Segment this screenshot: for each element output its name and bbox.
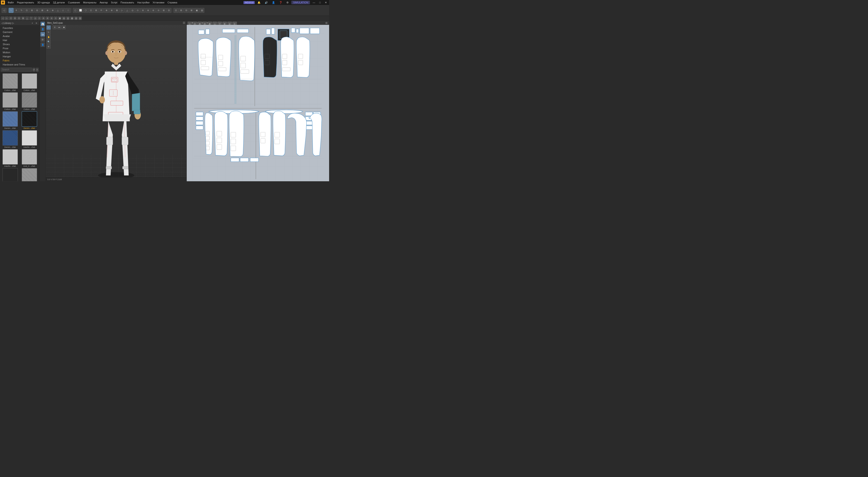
tool-10[interactable]: ◇ <box>61 8 66 13</box>
view-reset[interactable]: ⊡ <box>88 8 93 13</box>
menu-minimize[interactable]: — <box>311 1 316 4</box>
tb2-2[interactable]: ▷ <box>5 16 8 20</box>
menu-icon-3[interactable]: 👤 <box>271 1 276 4</box>
tb2-15[interactable]: ▣ <box>58 16 61 20</box>
icon-sidebar-btn1[interactable]: 👔 <box>40 22 45 26</box>
menu-avatar[interactable]: Аватар <box>98 1 109 4</box>
view-front[interactable]: ◻ <box>73 8 78 13</box>
extra-2[interactable]: ⊞ <box>179 8 184 13</box>
tool-4[interactable]: ⊞ <box>29 8 34 13</box>
tool-7[interactable]: ⊕ <box>45 8 50 13</box>
nav-avatar[interactable]: Avatar <box>0 34 39 38</box>
menu-icon-5[interactable]: ⚙ <box>285 1 290 4</box>
view-6[interactable]: ⟳ <box>99 8 104 13</box>
menu-settings[interactable]: Настройки <box>136 1 151 4</box>
view-17[interactable]: ⊝ <box>156 8 161 13</box>
menu-icon-4[interactable]: ❓ <box>278 1 284 4</box>
pattern-canvas[interactable] <box>187 25 329 181</box>
simulation-button[interactable]: SIMULATION <box>291 1 310 4</box>
tb2-11[interactable]: ⊚ <box>41 16 45 20</box>
fabric-item-interlin2[interactable]: Interlin...zfab <box>1 149 19 167</box>
extra-6[interactable]: ▤ <box>199 8 204 13</box>
nav-motion[interactable]: Motion <box>0 50 39 55</box>
tb2-19[interactable]: ▧ <box>74 16 78 20</box>
viewport-expand-icon[interactable]: ⊡ <box>183 21 185 24</box>
menu-help[interactable]: Справка <box>166 1 179 4</box>
view-5[interactable]: ⊞ <box>94 8 98 13</box>
fabric-item-denim1[interactable]: Denim...zfab <box>1 111 19 129</box>
library-expand-icon[interactable]: ◁ <box>1 22 3 25</box>
icon-sidebar-btn3[interactable]: 🗂 <box>40 32 45 37</box>
view-12[interactable]: ◎ <box>130 8 135 13</box>
view-3d[interactable]: ⬡ <box>83 8 88 13</box>
view-18[interactable]: ⊞ <box>161 8 166 13</box>
move-tool[interactable]: ✛ <box>14 8 19 13</box>
view-13[interactable]: ⊙ <box>135 8 140 13</box>
fabric-refresh-btn[interactable]: ↺ <box>33 68 35 72</box>
fabric-item-denim3[interactable]: Denim...zfab <box>1 130 19 148</box>
view-19[interactable]: ⊟ <box>166 8 171 13</box>
fabric-item-denim2[interactable]: Denim...zfab <box>20 111 38 129</box>
menu-3d-clothes[interactable]: 3D одежда <box>36 1 51 4</box>
menu-edit[interactable]: Редактировать <box>16 1 35 4</box>
3d-viewport[interactable]: Men_Set3.zpac ⊡ ⏸ ⏭ ⏹ ↖ ↻ ✋ 🔍 ⊕ <box>46 21 187 181</box>
tb2-18[interactable]: ▦ <box>70 16 74 20</box>
icon-sidebar-btn4[interactable]: ⚙ <box>40 37 45 42</box>
fabric-item-knitc1[interactable]: Knit_C...zfab <box>20 149 38 167</box>
tb2-14[interactable]: ⊝ <box>54 16 57 20</box>
tb2-3[interactable]: ⊡ <box>9 16 13 20</box>
tool-9[interactable]: △ <box>55 8 60 13</box>
fabric-item-cotton4[interactable]: Cotton...zfab <box>20 92 38 110</box>
fabric-item-interlin1[interactable]: Interlin...zfab <box>20 130 38 148</box>
extra-4[interactable]: ⊠ <box>189 8 194 13</box>
menu-icon-1[interactable]: 🔔 <box>256 1 262 4</box>
tb2-13[interactable]: ⊜ <box>50 16 53 20</box>
tb2-17[interactable]: ▥ <box>66 16 70 20</box>
view-11[interactable]: △ <box>125 8 130 13</box>
nav-hardware-trims[interactable]: Hardware and Trims <box>0 63 39 67</box>
rotate-tool[interactable]: ↻ <box>19 8 24 13</box>
tb2-12[interactable]: ⊛ <box>46 16 49 20</box>
menu-2d-details[interactable]: 2Д детали <box>52 1 66 4</box>
fabric-item-cotton1[interactable]: Cotton...zfab <box>1 73 19 92</box>
nav-fabric[interactable]: Fabric <box>0 59 39 63</box>
view-14[interactable]: ⊚ <box>141 8 145 13</box>
fabric-item-cotton2[interactable]: Cotton...zfab <box>20 73 38 92</box>
fabric-item-cotton3[interactable]: Cotton...zfab <box>1 92 19 110</box>
menu-close[interactable]: ✕ <box>323 1 328 4</box>
tool-11[interactable]: □ <box>66 8 71 13</box>
back-button[interactable]: ◁ <box>2 8 6 13</box>
select-tool[interactable]: ↖ <box>8 8 13 13</box>
extra-1[interactable]: ⊡ <box>174 8 178 13</box>
nav-garment[interactable]: Garment <box>0 30 39 34</box>
view-back[interactable]: ⬜ <box>78 8 83 13</box>
tb2-10[interactable]: ⊙ <box>37 16 41 20</box>
view-9[interactable]: ⊠ <box>114 8 119 13</box>
tool-6[interactable]: ⊠ <box>40 8 45 13</box>
tb2-8[interactable]: ▽ <box>29 16 33 20</box>
menu-icon-2[interactable]: 🔊 <box>264 1 269 4</box>
extra-5[interactable]: ▣ <box>194 8 199 13</box>
tb2-6[interactable]: ⊠ <box>21 16 25 20</box>
icon-sidebar-btn2[interactable]: 👤 <box>40 27 45 31</box>
tb2-7[interactable]: △ <box>25 16 29 20</box>
view-8[interactable]: ⊗ <box>109 8 114 13</box>
tool-8[interactable]: ⊗ <box>50 8 55 13</box>
library-add-icon[interactable]: + <box>31 22 34 25</box>
nav-shoes[interactable]: Shoes <box>0 42 39 46</box>
nav-hanger[interactable]: Hanger <box>0 55 39 59</box>
menu-show[interactable]: Показывать <box>119 1 135 4</box>
icon-sidebar-btn5[interactable]: 👤 <box>40 42 45 47</box>
tb2-9[interactable]: ◎ <box>33 16 37 20</box>
library-collapse-icon[interactable]: ▷ <box>12 22 14 25</box>
nav-pose[interactable]: Pose <box>0 46 39 50</box>
tb2-4[interactable]: ⊞ <box>13 16 17 20</box>
view-7[interactable]: ⊕ <box>104 8 109 13</box>
menu-materials[interactable]: Материалы <box>82 1 98 4</box>
fabric-view-btn[interactable]: ≡ <box>36 68 39 72</box>
menu-sewing[interactable]: Сшивание <box>67 1 81 4</box>
tool-5[interactable]: ⊟ <box>35 8 39 13</box>
extra-3[interactable]: ⊟ <box>184 8 189 13</box>
scale-tool[interactable]: ⊡ <box>24 8 29 13</box>
tb2-16[interactable]: ▤ <box>62 16 66 20</box>
